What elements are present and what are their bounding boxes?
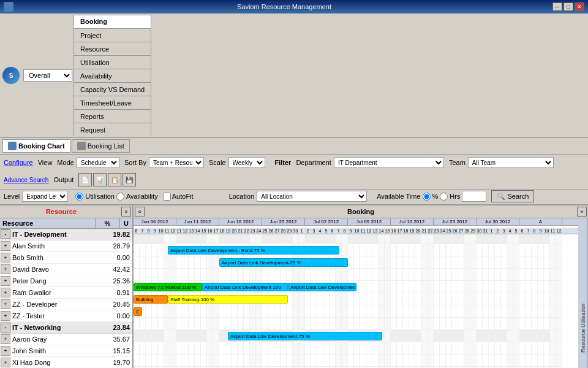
- main-tab-capacity-vs-demand[interactable]: Capacity VS Demand: [74, 82, 151, 96]
- search-button[interactable]: 🔍 Search: [491, 190, 534, 202]
- booking-collapse-right[interactable]: »: [577, 207, 587, 217]
- resource-item[interactable]: + Aaron Gray 35.67: [0, 334, 132, 345]
- booking-bar[interactable]: Building: [134, 295, 168, 304]
- item-expand-icon[interactable]: +: [1, 253, 10, 263]
- day-number: 11: [360, 228, 366, 234]
- hrs-input[interactable]: [462, 191, 486, 202]
- level-select[interactable]: Expand Leve: [22, 191, 68, 202]
- main-tab-timesheet-leave[interactable]: Timesheet/Leave: [74, 96, 151, 109]
- gantt-item-row[interactable]: [134, 342, 562, 355]
- gantt-cell: [489, 244, 495, 256]
- gantt-cell: [195, 318, 201, 329]
- resource-item[interactable]: + ZZ - Tester 0.00: [0, 310, 132, 322]
- team-select[interactable]: All Team: [468, 157, 554, 168]
- gantt-item-row[interactable]: [134, 318, 562, 330]
- main-tab-booking[interactable]: Booking: [74, 15, 151, 28]
- location-select[interactable]: All Location: [257, 191, 367, 202]
- gantt-item-row[interactable]: Airport Data Link Development-25 %: [134, 256, 562, 269]
- resource-item[interactable]: + John Smith 15.15: [0, 345, 132, 357]
- availability-radio[interactable]: [116, 193, 124, 201]
- item-expand-icon[interactable]: +: [1, 311, 10, 321]
- maximize-button[interactable]: □: [564, 2, 573, 11]
- main-tab-project[interactable]: Project: [74, 28, 151, 42]
- autofit-checkbox[interactable]: [163, 193, 171, 201]
- gantt-item-row[interactable]: [134, 355, 562, 367]
- item-expand-icon[interactable]: +: [1, 288, 10, 297]
- gantt-group-row[interactable]: Airport Data Link Development-75 %: [134, 330, 562, 342]
- group-expand-icon[interactable]: -: [1, 323, 10, 332]
- resource-item[interactable]: + Ram Gwalior 0.91: [0, 287, 132, 299]
- main-tab-availability[interactable]: Availability: [74, 69, 151, 82]
- gantt-cell: [470, 305, 477, 317]
- output-btn-3[interactable]: 📋: [108, 173, 121, 186]
- gantt-cell: [293, 318, 299, 329]
- booking-bar[interactable]: Airport Data Link Development - Build-75…: [168, 246, 339, 255]
- resource-item[interactable]: + ZZ - Developer 20.45: [0, 299, 132, 310]
- booking-bar[interactable]: Airport Data Link Development-25 %: [219, 258, 348, 267]
- booking-bar[interactable]: Airport Data Link Development-100: [288, 283, 356, 291]
- booking-bar[interactable]: Airport Data Link Development-100: [202, 283, 288, 291]
- item-expand-icon[interactable]: +: [1, 299, 10, 309]
- booking-bar[interactable]: Staff Training-100 %: [168, 295, 288, 304]
- booking-collapse-left[interactable]: «: [135, 207, 145, 217]
- gantt-cell: [146, 244, 152, 256]
- output-btn-4[interactable]: 💾: [123, 173, 136, 186]
- overall-select[interactable]: Overall: [23, 69, 72, 82]
- gantt-cell: [519, 244, 526, 256]
- booking-bar[interactable]: Windows 7.0 Rollout-100 %: [134, 283, 202, 291]
- minimize-button[interactable]: ─: [552, 2, 562, 11]
- resource-item[interactable]: + Peter Dang 25.36: [0, 275, 132, 287]
- configure-link[interactable]: Configure: [4, 159, 33, 166]
- gantt-cell: [348, 244, 354, 256]
- main-tab-resource[interactable]: Resource: [74, 42, 151, 55]
- gantt-item-row[interactable]: [134, 269, 562, 281]
- gantt-item-row[interactable]: Windows 7.0 Rollout-100 %Airport Data Li…: [134, 281, 562, 293]
- gantt-item-row[interactable]: Airport Data Link Development - Build-75…: [134, 244, 562, 256]
- resource-item[interactable]: + David Bravo 42.42: [0, 264, 132, 275]
- utilisation-radio[interactable]: [75, 193, 83, 201]
- gantt-item-row[interactable]: BuildingStaff Training-100 %: [134, 293, 562, 305]
- main-tab-request[interactable]: Request: [74, 123, 151, 136]
- gantt-cell: [526, 318, 532, 329]
- sort-by-select[interactable]: Team + Resour: [149, 157, 204, 168]
- resource-item[interactable]: + Alan Smith 28.79: [0, 240, 132, 252]
- availability-radio-label: Availability: [126, 193, 158, 200]
- gantt-cell: [330, 269, 336, 280]
- resource-item[interactable]: + Bob Smith 0.00: [0, 252, 132, 264]
- group-expand-icon[interactable]: -: [1, 229, 10, 239]
- scale-select[interactable]: Weekly: [228, 157, 265, 168]
- booking-bar[interactable]: Airport Data Link Development-75 %: [228, 332, 382, 340]
- resource-group-IT---Networking[interactable]: - IT - Networking 23.84: [0, 322, 132, 334]
- item-expand-icon[interactable]: +: [1, 264, 10, 274]
- item-expand-icon[interactable]: +: [1, 241, 10, 251]
- day-number: 17: [397, 228, 403, 234]
- main-tab-utilisation[interactable]: Utilisation: [74, 55, 151, 69]
- advance-search-link[interactable]: Advance Search: [4, 177, 48, 183]
- gantt-cell: [519, 318, 526, 329]
- resource-collapse-btn[interactable]: »: [121, 207, 131, 217]
- item-expand-icon[interactable]: +: [1, 276, 10, 286]
- output-btn-1[interactable]: 📄: [78, 173, 92, 186]
- pct-radio[interactable]: [423, 193, 431, 201]
- booking-bar[interactable]: C: [134, 307, 142, 316]
- mode-select[interactable]: Schedule: [77, 157, 119, 168]
- gantt-item-row[interactable]: C: [134, 305, 562, 318]
- item-expand-icon[interactable]: +: [1, 346, 10, 356]
- main-tab-reports[interactable]: Reports: [74, 109, 151, 123]
- gantt-cell: [538, 244, 544, 256]
- gantt-cell: [477, 244, 483, 256]
- department-select[interactable]: IT Department: [334, 157, 444, 168]
- item-expand-icon[interactable]: +: [1, 358, 10, 367]
- tab-booking-list[interactable]: Booking List: [72, 139, 130, 153]
- gantt-cell: [348, 256, 354, 268]
- resource-group-IT---Development[interactable]: - IT - Development 19.82: [0, 229, 132, 240]
- output-btn-2[interactable]: 📊: [93, 173, 107, 186]
- item-expand-icon[interactable]: +: [1, 334, 10, 344]
- hrs-radio[interactable]: [440, 193, 448, 201]
- day-number: 27: [458, 228, 464, 234]
- close-button[interactable]: ✕: [575, 2, 584, 11]
- resource-item[interactable]: + Xi Hao Dong 19.70: [0, 357, 132, 368]
- gantt-cell: [152, 342, 158, 354]
- tab-booking-chart[interactable]: Booking Chart: [2, 139, 70, 153]
- gantt-scroll-area[interactable]: Jun 06 2012 Jun 11 2012 Jun 18 2012 Jun …: [134, 218, 578, 368]
